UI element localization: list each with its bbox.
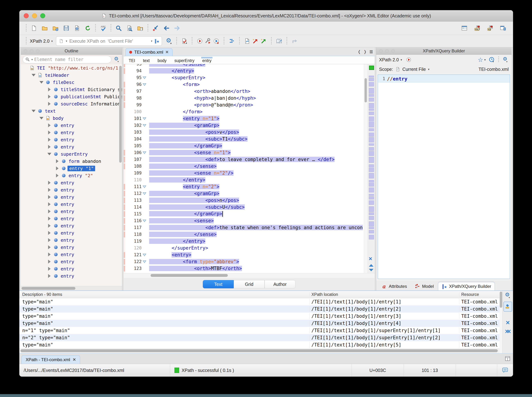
results-settings-gear-icon[interactable]: ⚙▾ [504,292,511,299]
outline-item-entry[interactable]: entry [21,193,122,201]
open-folder-icon[interactable] [41,24,49,32]
find-icon[interactable] [114,24,123,32]
dockable-windows-icon[interactable] [460,24,469,32]
result-row[interactable]: type="main"/TEI[1]/text[1]/body[1]/entry… [19,320,500,327]
collapse-icon[interactable] [31,110,37,112]
code-line-113[interactable]: 113 <pos>n</pos> [125,197,364,204]
xpath-version-dropdown[interactable]: XPath 2.0 ▾ [30,38,53,44]
outline-item-entry[interactable]: entry [21,143,122,150]
code-line-122[interactable]: 122 <form type="abbrev"> [125,258,364,265]
format-indent-icon[interactable] [228,37,236,45]
outline-item-entry[interactable]: entry [21,229,122,236]
search-result-marker[interactable] [369,137,374,142]
code-line-95[interactable]: 95 <superEntry> [125,74,364,81]
search-result-marker[interactable] [369,122,374,127]
search-result-marker[interactable] [369,194,374,196]
result-row[interactable]: n="2" type="main"/TEI[1]/text[1]/body[1]… [19,334,500,341]
code-line-121[interactable]: 121 <entry> [125,251,364,258]
result-row[interactable]: n="1" type="main"/TEI[1]/text[1]/body[1]… [19,327,500,334]
results-column-resource[interactable]: Resource [459,292,500,297]
minimize-window-button[interactable] [32,13,37,18]
code-line-123[interactable]: 123 <orth>MTBF</orth> [125,265,364,272]
search-result-marker[interactable] [369,200,374,205]
expand-icon[interactable] [46,181,52,185]
code-line-94[interactable]: 94 </entry> [125,68,364,74]
fold-toggle-icon[interactable] [143,254,149,256]
next-marker-icon[interactable] [369,269,374,271]
code-editor[interactable]: 93 </sense>94 </entry>95 <superEntry>96 … [124,64,375,273]
search-result-marker[interactable] [369,164,374,167]
validate-icon[interactable]: ▾ [180,37,189,45]
xpath-expression-editor[interactable]: 1 //entry [378,74,510,279]
panel-tab-model[interactable]: Model [411,282,437,291]
breadcrumb-item-body[interactable]: body [158,57,167,63]
outline-item-sourceDesc[interactable]: sourceDescInformation [21,100,122,107]
fold-toggle-icon[interactable] [143,260,149,263]
outline-item-body[interactable]: body [21,115,122,122]
external-tools-green-icon[interactable]: ★ [260,37,268,45]
remove-result-icon[interactable]: ✕ [506,320,510,326]
fold-toggle-icon[interactable] [143,151,149,154]
expand-icon[interactable] [46,130,52,135]
expand-icon[interactable] [46,123,52,127]
outline-item-entry[interactable]: entry"2" [21,172,122,179]
outline-item-entry[interactable]: entry"1" [21,165,122,172]
search-result-marker[interactable] [369,180,374,182]
configure-transformation-icon[interactable] [204,37,212,45]
execute-xpath-icon[interactable] [405,56,413,64]
highlight-results-icon[interactable] [503,302,512,312]
search-result-marker[interactable] [369,168,374,172]
search-result-marker[interactable] [369,103,374,108]
search-result-marker[interactable] [369,117,374,121]
chevron-down-icon[interactable]: ▾ [428,68,429,71]
expand-icon[interactable] [46,217,52,221]
code-line-119[interactable]: 119 </entry> [125,238,364,245]
search-result-marker[interactable] [369,147,374,151]
element-filter-input[interactable]: ▾ Element name filter [23,56,111,63]
fold-toggle-icon[interactable] [143,186,149,188]
breadcrumb-item-TEI[interactable]: TEI [129,57,135,63]
search-result-marker[interactable] [369,157,374,163]
navigate-back-icon[interactable] [162,24,171,32]
code-line-98[interactable]: 98 <hyph>a|ban|don</hyph> [125,95,364,101]
panel-layout-icon[interactable] [504,355,511,362]
outline-item-entry[interactable]: entry [21,222,122,229]
zoom-window-button[interactable] [40,13,45,18]
search-result-marker[interactable] [369,82,374,87]
expand-icon[interactable] [46,87,52,92]
breadcrumb-item-superEntry[interactable]: superEntry [174,57,194,63]
outline-horizontal-scrollbar[interactable] [21,286,122,291]
outline-item-entry[interactable]: entry [21,251,122,258]
expand-icon[interactable] [46,95,52,99]
view-mode-grid-button[interactable]: Grid [234,280,265,288]
code-line-108[interactable]: 108 </sense> [125,163,364,170]
code-line-118[interactable]: 118 </sense> [125,231,364,238]
outline-item-TEI[interactable]: TEITEI"http://www.tei-c.org/ns/1. [21,64,122,72]
search-result-marker[interactable] [369,222,374,226]
outline-item-entry[interactable]: entry [21,236,122,244]
comment-bubble-icon[interactable] [501,367,509,374]
external-tools-red-icon[interactable]: ★ [251,37,260,45]
outline-item-superEntry[interactable]: superEntry [21,150,122,158]
outline-item-text[interactable]: text [21,107,122,115]
expand-icon[interactable] [46,145,52,149]
save-url-icon[interactable] [73,24,81,32]
breadcrumb-item-text[interactable]: text [143,57,150,63]
import-derive-icon[interactable] [290,37,299,45]
expand-icon[interactable] [46,102,52,106]
debug-xslt-icon[interactable]: XSLT [473,24,481,32]
chevron-down-icon[interactable]: ▾ [484,58,486,62]
debug-xquery-icon[interactable]: XQ [486,24,494,32]
results-horizontal-scrollbar[interactable] [19,348,500,353]
previous-marker-icon[interactable] [369,264,374,267]
xpath-results-tab[interactable]: XPath - TEI-combo.xml ✕ [22,355,80,364]
expand-icon[interactable] [54,166,60,170]
search-result-marker[interactable] [369,227,374,229]
outline-item-entry[interactable]: entry [21,265,122,272]
outline-item-publicationStmt[interactable]: publicationStmtPublica [21,93,122,100]
outline-item-entry[interactable]: entry [21,272,122,279]
results-column-xpath[interactable]: XPath location [310,292,459,297]
search-result-marker[interactable] [369,78,374,81]
code-line-96[interactable]: 96 <form> [125,81,364,88]
expand-icon[interactable] [54,174,60,178]
